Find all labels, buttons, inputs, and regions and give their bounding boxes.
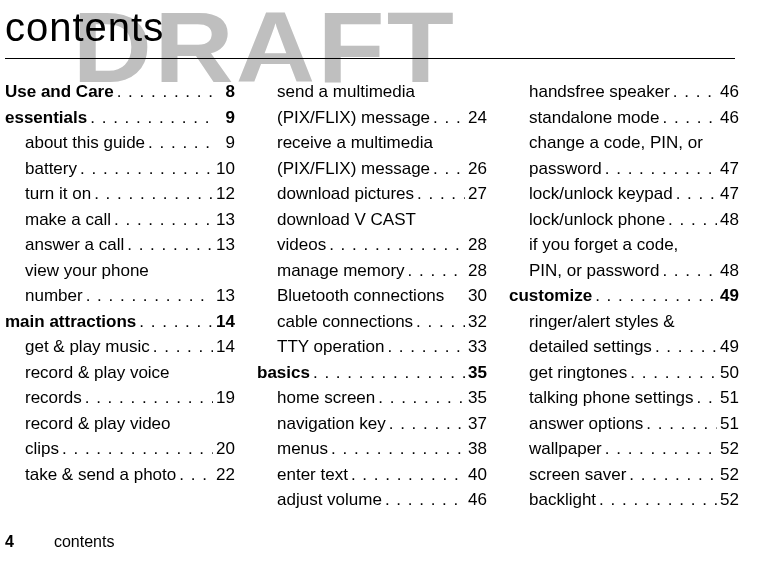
toc-entry-label: customize bbox=[509, 283, 592, 309]
toc-leader-dots bbox=[328, 436, 465, 462]
toc-leader-dots bbox=[602, 156, 717, 182]
toc-entry-page: 27 bbox=[465, 181, 487, 207]
toc-entry-label: battery bbox=[25, 156, 77, 182]
toc-leader-dots bbox=[77, 156, 213, 182]
toc-entry: take & send a photo22 bbox=[5, 462, 235, 488]
toc-entry: home screen35 bbox=[257, 385, 487, 411]
toc-entry-label: backlight bbox=[529, 487, 596, 513]
toc-entry: records19 bbox=[5, 385, 235, 411]
toc-entry: customize49 bbox=[509, 283, 739, 309]
toc-entry: get & play music14 bbox=[5, 334, 235, 360]
toc-entry-label: enter text bbox=[277, 462, 348, 488]
toc-entry-label: home screen bbox=[277, 385, 375, 411]
toc-leader-dots bbox=[652, 334, 717, 360]
toc-leader-dots bbox=[83, 283, 213, 309]
toc-entry: (PIX/FLIX) message26 bbox=[257, 156, 487, 182]
toc-column-1: Use and Care8essentials9about this guide… bbox=[5, 79, 235, 513]
page-title: contents bbox=[5, 5, 757, 50]
toc-entry-label: Use and Care bbox=[5, 79, 114, 105]
toc-entry-page: 48 bbox=[717, 207, 739, 233]
toc-entry-label: (PIX/FLIX) message bbox=[277, 105, 430, 131]
toc-entry: menus38 bbox=[257, 436, 487, 462]
toc-leader-dots bbox=[124, 232, 213, 258]
toc-entry-page: 10 bbox=[213, 156, 235, 182]
toc-entry-label: basics bbox=[257, 360, 310, 386]
toc-entry-page: 35 bbox=[465, 360, 487, 386]
toc-entry-page: 46 bbox=[717, 105, 739, 131]
toc-entry-label: lock/unlock phone bbox=[529, 207, 665, 233]
toc-entry-label: essentials bbox=[5, 105, 87, 131]
toc-leader-dots bbox=[386, 411, 465, 437]
toc-column-2: send a multimedia(PIX/FLIX) message24rec… bbox=[257, 79, 487, 513]
toc-entry: make a call13 bbox=[5, 207, 235, 233]
toc-entry-label: cable connections bbox=[277, 309, 413, 335]
toc-entry-page: 14 bbox=[213, 309, 235, 335]
toc-entry-label: clips bbox=[25, 436, 59, 462]
toc-entry-page: 49 bbox=[717, 283, 739, 309]
toc-entry: wallpaper52 bbox=[509, 436, 739, 462]
toc-entry-label: menus bbox=[277, 436, 328, 462]
toc-entry-page: 46 bbox=[717, 79, 739, 105]
toc-leader-dots bbox=[82, 385, 213, 411]
toc-entry-line1: record & play voice bbox=[5, 360, 235, 386]
toc-leader-dots bbox=[693, 385, 717, 411]
toc-entry: standalone mode46 bbox=[509, 105, 739, 131]
toc-entry-page: 9 bbox=[213, 105, 235, 131]
toc-leader-dots bbox=[659, 105, 717, 131]
toc-leader-dots bbox=[91, 181, 213, 207]
toc-leader-dots bbox=[602, 436, 717, 462]
toc-entry-page: 9 bbox=[213, 130, 235, 156]
toc-leader-dots bbox=[145, 130, 213, 156]
toc-leader-dots bbox=[326, 232, 465, 258]
toc-entry: TTY operation33 bbox=[257, 334, 487, 360]
toc-leader-dots bbox=[136, 309, 213, 335]
toc-entry: Bluetooth connections30 bbox=[257, 283, 487, 309]
toc-leader-dots bbox=[384, 334, 465, 360]
toc-leader-dots bbox=[430, 156, 465, 182]
toc-leader-dots bbox=[596, 487, 717, 513]
toc-leader-dots bbox=[673, 181, 717, 207]
toc-leader-dots bbox=[114, 79, 213, 105]
toc-entry-page: 40 bbox=[465, 462, 487, 488]
toc-entry-page: 49 bbox=[717, 334, 739, 360]
toc-entry: number13 bbox=[5, 283, 235, 309]
toc-entry-page: 52 bbox=[717, 436, 739, 462]
toc-columns: Use and Care8essentials9about this guide… bbox=[5, 79, 757, 513]
toc-entry: PIN, or password48 bbox=[509, 258, 739, 284]
toc-column-3: handsfree speaker46standalone mode46chan… bbox=[509, 79, 739, 513]
toc-entry: download pictures27 bbox=[257, 181, 487, 207]
toc-entry-page: 51 bbox=[717, 385, 739, 411]
toc-entry: navigation key37 bbox=[257, 411, 487, 437]
toc-entry-label: download pictures bbox=[277, 181, 414, 207]
toc-entry-page: 30 bbox=[465, 283, 487, 309]
toc-entry-line1: view your phone bbox=[5, 258, 235, 284]
title-rule bbox=[5, 58, 735, 59]
toc-leader-dots bbox=[382, 487, 465, 513]
toc-leader-dots bbox=[59, 436, 213, 462]
toc-entry-page: 52 bbox=[717, 487, 739, 513]
toc-entry-page: 13 bbox=[213, 207, 235, 233]
toc-entry-label: navigation key bbox=[277, 411, 386, 437]
toc-entry-page: 32 bbox=[465, 309, 487, 335]
toc-entry: manage memory28 bbox=[257, 258, 487, 284]
toc-entry: videos28 bbox=[257, 232, 487, 258]
toc-entry-label: turn it on bbox=[25, 181, 91, 207]
toc-leader-dots bbox=[111, 207, 213, 233]
toc-entry: (PIX/FLIX) message24 bbox=[257, 105, 487, 131]
toc-entry-label: answer options bbox=[529, 411, 643, 437]
toc-entry: cable connections32 bbox=[257, 309, 487, 335]
toc-entry: basics35 bbox=[257, 360, 487, 386]
toc-entry-label: main attractions bbox=[5, 309, 136, 335]
toc-entry-label: answer a call bbox=[25, 232, 124, 258]
toc-leader-dots bbox=[665, 207, 717, 233]
toc-leader-dots bbox=[659, 258, 717, 284]
toc-leader-dots bbox=[87, 105, 213, 131]
toc-entry: answer a call13 bbox=[5, 232, 235, 258]
toc-entry-line1: change a code, PIN, or bbox=[509, 130, 739, 156]
toc-entry-page: 50 bbox=[717, 360, 739, 386]
toc-entry: handsfree speaker46 bbox=[509, 79, 739, 105]
toc-leader-dots bbox=[310, 360, 465, 386]
toc-entry-line1: ringer/alert styles & bbox=[509, 309, 739, 335]
toc-entry-page: 19 bbox=[213, 385, 235, 411]
toc-entry-page: 47 bbox=[717, 156, 739, 182]
